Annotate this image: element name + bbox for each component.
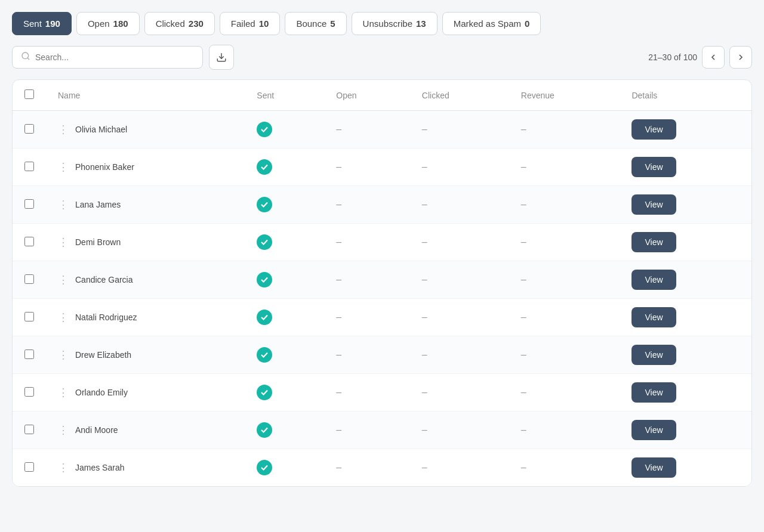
col-clicked: Clicked [410, 80, 509, 111]
row-name-cell: ⋮ Drew Elizabeth [46, 336, 245, 374]
table-row: ⋮ Andi Moore – – – View [13, 412, 751, 449]
filter-label: Sent [23, 18, 42, 29]
sent-check-icon [257, 347, 272, 363]
open-value: – [336, 274, 341, 284]
view-button[interactable]: View [631, 307, 676, 327]
view-button[interactable]: View [631, 157, 676, 177]
clicked-value: – [422, 349, 427, 360]
view-button[interactable]: View [631, 345, 676, 365]
open-value: – [336, 124, 341, 134]
filter-btn-unsubscribe[interactable]: Unsubscribe 13 [352, 12, 438, 35]
clicked-value: – [422, 425, 427, 435]
row-revenue-cell: – [509, 224, 620, 261]
filter-count: 190 [45, 18, 60, 29]
row-clicked-cell: – [410, 449, 509, 487]
revenue-value: – [521, 462, 526, 472]
row-checkbox[interactable] [24, 349, 34, 359]
row-name: Demi Brown [75, 237, 121, 247]
row-open-cell: – [324, 299, 409, 336]
col-name: Name [46, 80, 245, 111]
open-value: – [336, 162, 341, 172]
row-checkbox[interactable] [24, 124, 34, 134]
row-checkbox-cell [13, 336, 46, 374]
view-button[interactable]: View [631, 119, 676, 140]
download-button[interactable] [209, 45, 234, 70]
col-sent: Sent [245, 80, 324, 111]
row-clicked-cell: – [410, 412, 509, 449]
row-checkbox[interactable] [24, 387, 34, 397]
col-details: Details [620, 80, 751, 111]
row-menu-icon[interactable]: ⋮ [58, 199, 69, 210]
row-open-cell: – [324, 186, 409, 224]
row-menu-icon[interactable]: ⋮ [58, 462, 69, 473]
row-menu-icon[interactable]: ⋮ [58, 124, 69, 135]
row-checkbox[interactable] [24, 425, 34, 434]
pagination-prev-button[interactable] [702, 46, 725, 69]
filter-label: Marked as Spam [454, 18, 521, 29]
open-value: – [336, 462, 341, 472]
view-button[interactable]: View [631, 270, 676, 290]
row-revenue-cell: – [509, 336, 620, 374]
filter-btn-clicked[interactable]: Clicked 230 [144, 12, 215, 35]
row-checkbox[interactable] [24, 199, 34, 209]
select-all-checkbox[interactable] [24, 89, 34, 99]
view-button[interactable]: View [631, 232, 676, 252]
row-open-cell: – [324, 224, 409, 261]
row-checkbox-cell [13, 261, 46, 299]
table-row: ⋮ Natali Rodriguez – – – View [13, 299, 751, 336]
svg-line-1 [27, 58, 29, 60]
clicked-value: – [422, 162, 427, 172]
filter-btn-sent[interactable]: Sent 190 [12, 12, 72, 35]
filter-btn-open[interactable]: Open 180 [76, 12, 140, 35]
filter-label: Clicked [156, 18, 185, 29]
row-open-cell: – [324, 336, 409, 374]
sent-check-icon [257, 159, 272, 175]
clicked-value: – [422, 237, 427, 247]
row-checkbox[interactable] [24, 462, 34, 472]
filter-btn-bounce[interactable]: Bounce 5 [285, 12, 346, 35]
row-details-cell: View [620, 449, 751, 487]
revenue-value: – [521, 425, 526, 435]
sent-check-icon [257, 385, 272, 400]
pagination-next-button[interactable] [729, 46, 752, 69]
row-checkbox[interactable] [24, 237, 34, 246]
filter-label: Open [88, 18, 110, 29]
revenue-value: – [521, 274, 526, 284]
row-sent-cell [245, 149, 324, 186]
open-value: – [336, 387, 341, 397]
open-value: – [336, 312, 341, 322]
table-row: ⋮ Demi Brown – – – View [13, 224, 751, 261]
row-details-cell: View [620, 149, 751, 186]
row-checkbox[interactable] [24, 312, 34, 321]
table-row: ⋮ Lana James – – – View [13, 186, 751, 224]
filter-count: 10 [259, 18, 269, 29]
row-checkbox-cell [13, 299, 46, 336]
row-name-cell: ⋮ Andi Moore [46, 412, 245, 449]
view-button[interactable]: View [631, 420, 676, 440]
row-menu-icon[interactable]: ⋮ [58, 312, 69, 323]
search-input[interactable] [35, 52, 194, 62]
open-value: – [336, 237, 341, 247]
filter-label: Bounce [296, 18, 326, 29]
row-sent-cell [245, 224, 324, 261]
filter-btn-failed[interactable]: Failed 10 [220, 12, 281, 35]
row-menu-icon[interactable]: ⋮ [58, 162, 69, 172]
sent-check-icon [257, 234, 272, 250]
sent-check-icon [257, 422, 272, 438]
view-button[interactable]: View [631, 194, 676, 215]
revenue-value: – [521, 237, 526, 247]
row-menu-icon[interactable]: ⋮ [58, 387, 69, 398]
filter-btn-spam[interactable]: Marked as Spam 0 [442, 12, 541, 35]
view-button[interactable]: View [631, 457, 676, 478]
filter-label: Unsubscribe [363, 18, 412, 29]
row-menu-icon[interactable]: ⋮ [58, 237, 69, 248]
row-menu-icon[interactable]: ⋮ [58, 425, 69, 435]
row-name-cell: ⋮ Demi Brown [46, 224, 245, 261]
row-menu-icon[interactable]: ⋮ [58, 349, 69, 360]
row-name-cell: ⋮ Candice Garcia [46, 261, 245, 299]
view-button[interactable]: View [631, 382, 676, 403]
row-sent-cell [245, 374, 324, 412]
row-checkbox[interactable] [24, 274, 34, 284]
row-checkbox[interactable] [24, 162, 34, 171]
row-menu-icon[interactable]: ⋮ [58, 274, 69, 285]
